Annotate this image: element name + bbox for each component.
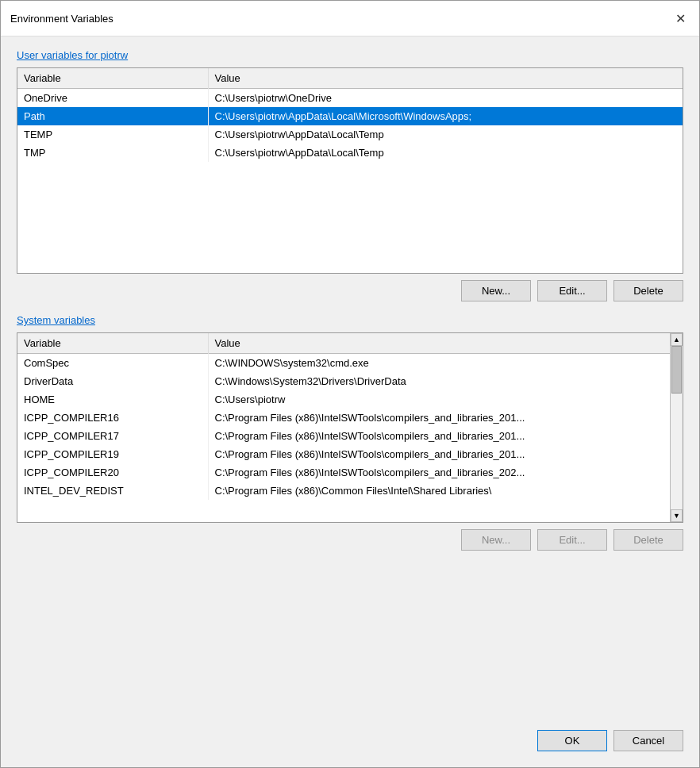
user-col-variable: Variable: [17, 68, 208, 89]
user-table-row[interactable]: TMPC:\Users\piotrw\AppData\Local\Temp: [17, 144, 683, 162]
user-button-row: New... Edit... Delete: [17, 280, 683, 301]
system-value-cell: C:\Program Files (x86)\Common Files\Inte…: [208, 482, 670, 500]
system-variable-cell: INTEL_DEV_REDIST: [17, 482, 208, 500]
system-table-row[interactable]: ICPP_COMPILER20C:\Program Files (x86)\In…: [17, 463, 670, 482]
system-edit-button[interactable]: Edit...: [537, 529, 607, 551]
dialog-body: User variables for piotrw Variable Value…: [1, 36, 699, 724]
system-section-label: System variables: [17, 314, 683, 326]
user-variables-tbody: OneDriveC:\Users\piotrw\OneDrivePathC:\U…: [17, 89, 683, 163]
user-table-row[interactable]: OneDriveC:\Users\piotrw\OneDrive: [17, 89, 683, 108]
system-table-row[interactable]: DriverDataC:\Windows\System32\Drivers\Dr…: [17, 372, 670, 390]
system-col-value: Value: [208, 333, 670, 354]
system-variable-cell: ICPP_COMPILER20: [17, 463, 208, 482]
system-new-button[interactable]: New...: [461, 529, 531, 551]
user-section-label: User variables for piotrw: [17, 49, 683, 61]
system-variable-cell: ICPP_COMPILER17: [17, 427, 208, 445]
user-col-value: Value: [208, 68, 683, 89]
system-table-row[interactable]: ICPP_COMPILER17C:\Program Files (x86)\In…: [17, 427, 670, 445]
system-variable-cell: ICPP_COMPILER16: [17, 409, 208, 427]
user-variable-cell: TMP: [17, 144, 208, 162]
user-delete-button[interactable]: Delete: [613, 280, 683, 301]
system-col-variable: Variable: [17, 333, 208, 354]
user-edit-button[interactable]: Edit...: [537, 280, 607, 301]
scroll-down-arrow[interactable]: ▼: [671, 509, 683, 522]
user-table-row[interactable]: PathC:\Users\piotrw\AppData\Local\Micros…: [17, 107, 683, 125]
system-variables-table-container: Variable Value ComSpecC:\WINDOWS\system3…: [17, 332, 683, 523]
system-value-cell: C:\WINDOWS\system32\cmd.exe: [208, 354, 670, 373]
system-value-cell: C:\Program Files (x86)\IntelSWTools\comp…: [208, 463, 670, 482]
system-variable-cell: DriverData: [17, 372, 208, 390]
title-bar: Environment Variables ✕: [1, 1, 699, 36]
system-value-cell: C:\Windows\System32\Drivers\DriverData: [208, 372, 670, 390]
system-table-row[interactable]: INTEL_DEV_REDISTC:\Program Files (x86)\C…: [17, 482, 670, 500]
user-variable-cell: OneDrive: [17, 89, 208, 108]
scroll-up-arrow[interactable]: ▲: [671, 333, 683, 346]
system-variable-cell: ComSpec: [17, 354, 208, 373]
user-table-header-row: Variable Value: [17, 68, 683, 89]
user-variable-cell: TEMP: [17, 125, 208, 144]
dialog-title: Environment Variables: [10, 13, 113, 25]
system-table-row[interactable]: HOMEC:\Users\piotrw: [17, 390, 670, 409]
user-value-cell: C:\Users\piotrw\AppData\Local\Temp: [208, 125, 683, 144]
user-variable-cell: Path: [17, 107, 208, 125]
user-value-cell: C:\Users\piotrw\AppData\Local\Microsoft\…: [208, 107, 683, 125]
system-table-row[interactable]: ComSpecC:\WINDOWS\system32\cmd.exe: [17, 354, 670, 373]
system-variables-section: System variables Variable Value ComSpecC…: [17, 314, 683, 551]
user-variables-table: Variable Value OneDriveC:\Users\piotrw\O…: [17, 68, 683, 162]
user-variables-table-container: Variable Value OneDriveC:\Users\piotrw\O…: [17, 67, 683, 274]
system-button-row: New... Edit... Delete: [17, 529, 683, 551]
user-variables-section: User variables for piotrw Variable Value…: [17, 49, 683, 301]
system-variables-table: Variable Value ComSpecC:\WINDOWS\system3…: [17, 333, 670, 500]
ok-button[interactable]: OK: [537, 730, 607, 751]
system-table-row[interactable]: ICPP_COMPILER16C:\Program Files (x86)\In…: [17, 409, 670, 427]
system-variable-cell: HOME: [17, 390, 208, 409]
user-table-row[interactable]: TEMPC:\Users\piotrw\AppData\Local\Temp: [17, 125, 683, 144]
user-value-cell: C:\Users\piotrw\OneDrive: [208, 89, 683, 108]
scroll-thumb[interactable]: [671, 346, 682, 394]
system-value-cell: C:\Program Files (x86)\IntelSWTools\comp…: [208, 445, 670, 463]
system-value-cell: C:\Program Files (x86)\IntelSWTools\comp…: [208, 427, 670, 445]
close-button[interactable]: ✕: [671, 9, 690, 28]
system-variables-tbody: ComSpecC:\WINDOWS\system32\cmd.exeDriver…: [17, 354, 670, 501]
system-table-header-row: Variable Value: [17, 333, 670, 354]
user-new-button[interactable]: New...: [461, 280, 531, 301]
system-table-row[interactable]: ICPP_COMPILER19C:\Program Files (x86)\In…: [17, 445, 670, 463]
user-value-cell: C:\Users\piotrw\AppData\Local\Temp: [208, 144, 683, 162]
cancel-button[interactable]: Cancel: [613, 730, 683, 751]
system-delete-button[interactable]: Delete: [613, 529, 683, 551]
bottom-button-row: OK Cancel: [1, 724, 699, 767]
system-value-cell: C:\Program Files (x86)\IntelSWTools\comp…: [208, 409, 670, 427]
environment-variables-dialog: Environment Variables ✕ User variables f…: [0, 0, 700, 768]
system-variable-cell: ICPP_COMPILER19: [17, 445, 208, 463]
system-scrollbar[interactable]: ▲ ▼: [670, 333, 683, 522]
system-value-cell: C:\Users\piotrw: [208, 390, 670, 409]
